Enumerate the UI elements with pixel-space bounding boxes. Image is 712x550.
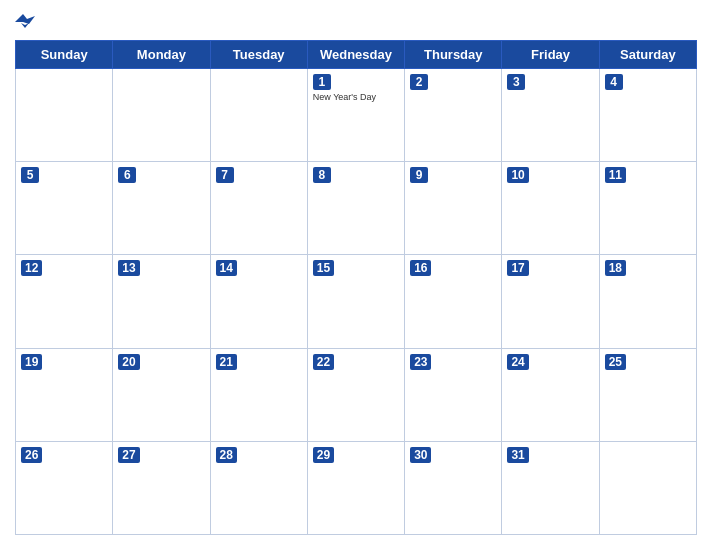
day-number: 24	[507, 354, 528, 370]
calendar-day: 16	[405, 255, 502, 348]
calendar-day: 12	[16, 255, 113, 348]
calendar-header	[15, 10, 697, 34]
calendar-day	[210, 69, 307, 162]
calendar-day: 24	[502, 348, 599, 441]
day-number: 10	[507, 167, 528, 183]
day-number: 21	[216, 354, 237, 370]
day-number: 6	[118, 167, 136, 183]
day-number: 20	[118, 354, 139, 370]
calendar-day: 7	[210, 162, 307, 255]
day-number: 11	[605, 167, 626, 183]
day-number: 22	[313, 354, 334, 370]
calendar-day: 26	[16, 441, 113, 534]
day-number: 15	[313, 260, 334, 276]
day-number: 19	[21, 354, 42, 370]
calendar-day: 27	[113, 441, 210, 534]
day-number: 8	[313, 167, 331, 183]
day-number: 18	[605, 260, 626, 276]
logo-bird-icon	[15, 14, 35, 30]
day-number: 29	[313, 447, 334, 463]
calendar-day: 5	[16, 162, 113, 255]
day-number: 16	[410, 260, 431, 276]
svg-marker-1	[21, 23, 29, 28]
day-number: 12	[21, 260, 42, 276]
weekday-header-monday: Monday	[113, 41, 210, 69]
day-number: 26	[21, 447, 42, 463]
calendar-day: 9	[405, 162, 502, 255]
calendar-table: SundayMondayTuesdayWednesdayThursdayFrid…	[15, 40, 697, 535]
day-number: 30	[410, 447, 431, 463]
calendar-day	[599, 441, 696, 534]
calendar-week-2: 567891011	[16, 162, 697, 255]
calendar-day: 21	[210, 348, 307, 441]
calendar-day: 20	[113, 348, 210, 441]
day-number: 4	[605, 74, 623, 90]
logo	[15, 14, 37, 30]
calendar-day: 30	[405, 441, 502, 534]
calendar-week-4: 19202122232425	[16, 348, 697, 441]
weekday-header-wednesday: Wednesday	[307, 41, 404, 69]
calendar-week-1: 1New Year's Day234	[16, 69, 697, 162]
svg-marker-0	[15, 14, 35, 24]
calendar-day: 31	[502, 441, 599, 534]
calendar-day: 6	[113, 162, 210, 255]
day-number: 2	[410, 74, 428, 90]
calendar-day: 2	[405, 69, 502, 162]
day-number: 9	[410, 167, 428, 183]
holiday-label: New Year's Day	[313, 92, 399, 103]
day-number: 31	[507, 447, 528, 463]
calendar-day: 28	[210, 441, 307, 534]
weekday-header-sunday: Sunday	[16, 41, 113, 69]
calendar-day: 17	[502, 255, 599, 348]
day-number: 28	[216, 447, 237, 463]
calendar-day: 1New Year's Day	[307, 69, 404, 162]
calendar-day: 13	[113, 255, 210, 348]
weekday-header-thursday: Thursday	[405, 41, 502, 69]
calendar-week-3: 12131415161718	[16, 255, 697, 348]
day-number: 14	[216, 260, 237, 276]
calendar-day: 3	[502, 69, 599, 162]
calendar-day: 22	[307, 348, 404, 441]
calendar-day: 11	[599, 162, 696, 255]
day-number: 27	[118, 447, 139, 463]
day-number: 23	[410, 354, 431, 370]
day-number: 17	[507, 260, 528, 276]
logo-blue-area	[15, 14, 37, 30]
calendar-day: 15	[307, 255, 404, 348]
day-number: 25	[605, 354, 626, 370]
calendar-day: 29	[307, 441, 404, 534]
calendar-day: 25	[599, 348, 696, 441]
calendar-day: 23	[405, 348, 502, 441]
day-number: 7	[216, 167, 234, 183]
calendar-day: 10	[502, 162, 599, 255]
weekday-header-tuesday: Tuesday	[210, 41, 307, 69]
calendar-day: 14	[210, 255, 307, 348]
day-number: 1	[313, 74, 331, 90]
calendar-day	[16, 69, 113, 162]
day-number: 13	[118, 260, 139, 276]
calendar-day: 4	[599, 69, 696, 162]
calendar-day: 18	[599, 255, 696, 348]
weekday-header-friday: Friday	[502, 41, 599, 69]
day-number: 3	[507, 74, 525, 90]
weekday-header-saturday: Saturday	[599, 41, 696, 69]
calendar-day	[113, 69, 210, 162]
calendar-day: 8	[307, 162, 404, 255]
calendar-day: 19	[16, 348, 113, 441]
calendar-week-5: 262728293031	[16, 441, 697, 534]
day-number: 5	[21, 167, 39, 183]
weekday-header-row: SundayMondayTuesdayWednesdayThursdayFrid…	[16, 41, 697, 69]
